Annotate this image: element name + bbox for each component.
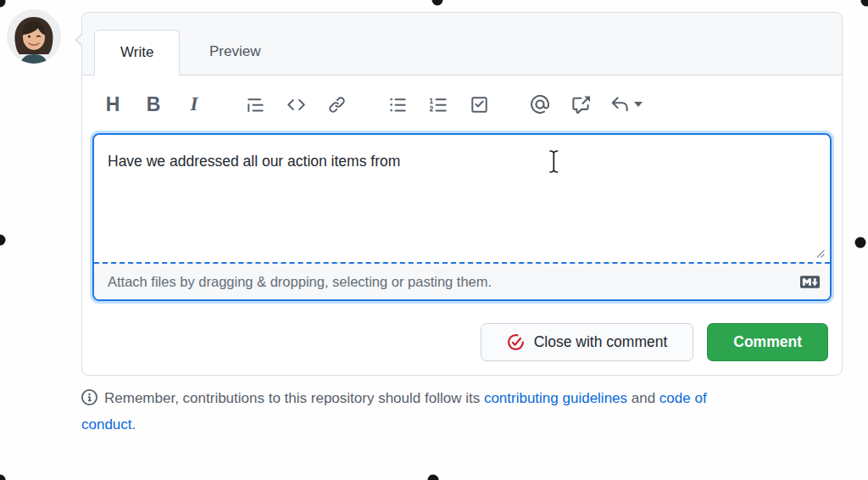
saved-replies-button[interactable]	[601, 87, 652, 121]
avatar-illustration	[7, 9, 61, 64]
heading-icon: H	[106, 93, 120, 116]
mention-button[interactable]	[520, 87, 560, 121]
task-list-button[interactable]	[459, 87, 499, 121]
code-of-conduct-link[interactable]: conduct	[81, 416, 132, 433]
italic-icon: I	[191, 93, 198, 115]
comment-tabs-header: Write Preview	[82, 13, 842, 75]
close-with-comment-label: Close with comment	[534, 333, 668, 351]
comment-button[interactable]: Comment	[707, 323, 828, 361]
decorative-dot	[861, 0, 868, 7]
tab-write[interactable]: Write	[94, 30, 180, 75]
mention-icon	[531, 95, 549, 114]
unordered-list-icon	[389, 96, 407, 114]
link-icon	[328, 96, 346, 114]
unordered-list-button[interactable]	[377, 87, 418, 121]
tab-preview-label: Preview	[209, 43, 260, 60]
comment-button-label: Comment	[733, 333, 802, 351]
comment-editor: Have we addressed all our action items f…	[92, 133, 832, 301]
code-icon	[287, 96, 305, 114]
comment-box: Write Preview H B I	[81, 12, 843, 376]
code-of-conduct-link[interactable]: code of	[659, 390, 707, 406]
info-icon	[81, 389, 97, 413]
heading-button[interactable]: H	[92, 87, 133, 121]
resize-handle-icon[interactable]	[814, 247, 826, 260]
ordered-list-button[interactable]	[418, 87, 459, 121]
i-beam-cursor-icon	[548, 149, 560, 174]
cross-reference-button[interactable]	[560, 87, 601, 121]
code-button[interactable]	[275, 87, 316, 121]
comment-actions: Close with comment Comment	[82, 323, 828, 361]
markdown-toolbar: H B I	[82, 75, 842, 133]
markdown-supported-icon[interactable]	[800, 272, 820, 292]
decorative-dot	[855, 237, 866, 248]
quote-icon	[247, 96, 264, 114]
quote-button[interactable]	[235, 87, 275, 121]
italic-button[interactable]: I	[174, 87, 214, 121]
reply-icon	[610, 95, 629, 114]
textarea-region: Have we addressed all our action items f…	[94, 135, 830, 262]
bold-icon: B	[147, 93, 161, 116]
decorative-dot	[432, 0, 443, 6]
bold-button[interactable]: B	[133, 87, 174, 121]
issue-closed-icon	[507, 333, 525, 351]
note-text: .	[132, 416, 136, 433]
tab-write-label: Write	[120, 44, 153, 61]
comment-textarea[interactable]: Have we addressed all our action items f…	[94, 135, 830, 262]
note-text: and	[627, 390, 659, 406]
note-text: Remember, contributions to this reposito…	[104, 390, 484, 406]
decorative-dot	[0, 235, 6, 246]
contributing-guidelines-link[interactable]: contributing guidelines	[484, 390, 627, 406]
contribution-note: Remember, contributions to this reposito…	[81, 387, 827, 437]
link-button[interactable]	[316, 87, 357, 121]
ordered-list-icon	[430, 96, 448, 114]
decorative-dot	[0, 0, 6, 8]
task-list-icon	[470, 96, 488, 114]
decorative-dot	[428, 475, 439, 480]
tab-preview[interactable]: Preview	[184, 29, 286, 75]
chevron-down-icon	[634, 102, 643, 107]
user-avatar	[7, 9, 61, 64]
attach-files-hint: Attach files by dragging & dropping, sel…	[108, 274, 492, 290]
attach-files-bar[interactable]: Attach files by dragging & dropping, sel…	[94, 262, 830, 299]
close-with-comment-button[interactable]: Close with comment	[481, 323, 694, 361]
decorative-dot	[0, 475, 6, 480]
screenshot-stage: Write Preview H B I	[0, 0, 868, 480]
cross-reference-icon	[571, 95, 590, 114]
